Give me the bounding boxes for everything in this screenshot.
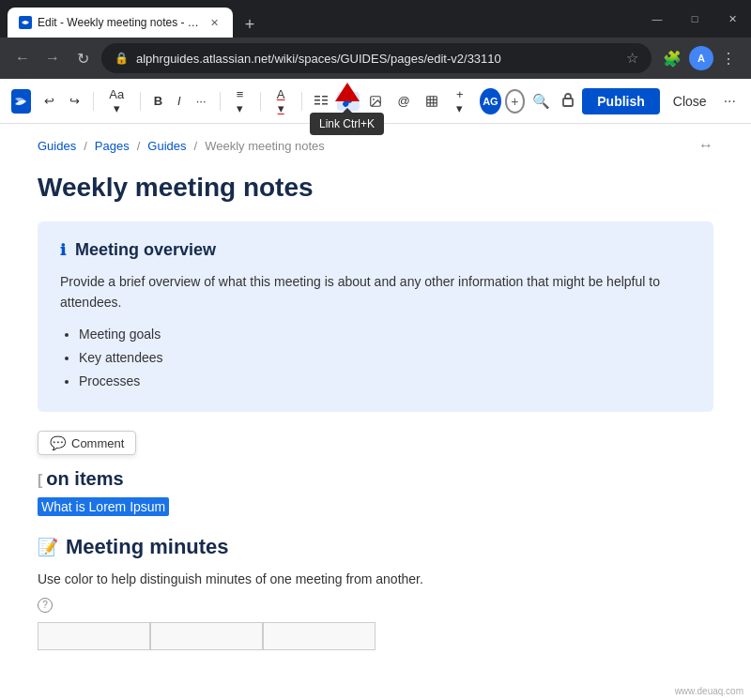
table-cell-3: [263, 622, 376, 650]
list-item-processes: Processes: [79, 370, 691, 393]
svg-rect-2: [314, 103, 320, 105]
list-button[interactable]: [309, 91, 333, 112]
meeting-overview-list: Meeting goals Key attendees Processes: [79, 323, 691, 394]
breadcrumb-current: Weekly meeting notes: [205, 139, 325, 153]
meeting-minutes-description: Use color to help distinguish minutes of…: [38, 569, 713, 589]
toolbar-separator-5: [301, 92, 302, 111]
list-item-attendees: Key attendees: [79, 346, 691, 370]
search-button[interactable]: 🔍: [529, 89, 554, 114]
link-tooltip: Link Ctrl+K: [310, 113, 384, 135]
image-button[interactable]: [363, 91, 388, 112]
meeting-minutes-section: 📝 Meeting minutes Use color to help dist…: [38, 535, 713, 612]
browser-menu-button[interactable]: ⋮: [717, 46, 740, 71]
confluence-logo[interactable]: [11, 89, 31, 114]
toolbar-separator-3: [220, 92, 221, 111]
table-cell-1: [38, 622, 150, 650]
mention-button[interactable]: @: [391, 90, 415, 112]
undo-button[interactable]: ↩: [38, 90, 60, 112]
list-item-goals: Meeting goals: [79, 323, 691, 346]
breadcrumb-guides2-link[interactable]: Guides: [147, 139, 186, 153]
svg-rect-1: [314, 99, 320, 101]
lock-icon: 🔒: [115, 52, 129, 65]
toolbar-separator-4: [260, 92, 261, 111]
bookmark-icon[interactable]: ☆: [626, 50, 638, 67]
publish-button[interactable]: Publish: [582, 88, 660, 114]
svg-rect-0: [314, 96, 320, 98]
bold-button[interactable]: B: [148, 90, 168, 112]
add-collaborator-button[interactable]: +: [505, 89, 526, 114]
more-text-button[interactable]: ···: [191, 90, 212, 112]
insert-button[interactable]: + ▾: [448, 84, 473, 119]
meeting-minutes-heading: Meeting minutes: [66, 535, 229, 559]
close-editor-button[interactable]: Close: [664, 88, 716, 114]
toolbar-separator-1: [93, 92, 94, 111]
align-button[interactable]: ≡ ▾: [227, 84, 253, 119]
svg-point-8: [373, 99, 375, 100]
svg-rect-4: [322, 99, 328, 101]
tab-title: Edit - Weekly meeting notes - Gu: [38, 16, 201, 29]
browser-tab[interactable]: Edit - Weekly meeting notes - Gu ✕: [8, 8, 233, 38]
svg-rect-9: [426, 96, 437, 106]
action-items-label: on items: [46, 468, 123, 489]
selected-text: What is Lorem Ipsum: [38, 497, 169, 516]
back-button[interactable]: ←: [11, 47, 34, 69]
text-color-button[interactable]: A ▾: [268, 84, 294, 119]
url-text: alphrguides.atlassian.net/wiki/spaces/GU…: [136, 52, 619, 66]
page-lock-button[interactable]: [558, 88, 578, 114]
italic-button[interactable]: I: [172, 90, 187, 112]
restore-button[interactable]: □: [676, 6, 713, 32]
new-tab-button[interactable]: +: [237, 11, 263, 38]
minutes-icon: 📝: [38, 537, 58, 557]
user-avatar[interactable]: AG: [480, 88, 500, 114]
forward-button[interactable]: →: [41, 47, 64, 69]
meeting-overview-panel: ℹ Meeting overview Provide a brief overv…: [38, 221, 713, 412]
profile-button[interactable]: A: [689, 46, 713, 70]
close-button[interactable]: ✕: [713, 6, 751, 32]
expand-breadcrumb-button[interactable]: ↔: [698, 137, 713, 154]
watermark: www.deuaq.com: [675, 686, 743, 696]
info-icon: ℹ: [60, 241, 66, 259]
highlighted-text-container: What is Lorem Ipsum: [38, 497, 713, 516]
table-cell-2: [150, 622, 263, 650]
redo-button[interactable]: ↪: [64, 90, 85, 112]
table-button[interactable]: [420, 91, 444, 112]
action-items-heading: [...on items: [38, 468, 713, 490]
help-icon[interactable]: ?: [38, 598, 53, 613]
meeting-overview-description: Provide a brief overview of what this me…: [60, 271, 691, 313]
tab-favicon: [19, 16, 32, 29]
more-options-button[interactable]: ···: [720, 89, 740, 114]
action-items-section: 💬 Comment: [38, 431, 713, 459]
breadcrumb-pages-link[interactable]: Pages: [95, 139, 130, 153]
breadcrumb-guides-link[interactable]: Guides: [38, 139, 76, 153]
refresh-button[interactable]: ↻: [71, 47, 94, 69]
minimize-button[interactable]: —: [638, 6, 676, 32]
svg-rect-14: [563, 99, 573, 106]
svg-rect-3: [322, 96, 328, 98]
address-bar[interactable]: 🔒 alphrguides.atlassian.net/wiki/spaces/…: [101, 43, 651, 73]
comment-label[interactable]: Comment: [71, 436, 124, 450]
toolbar-separator-2: [140, 92, 141, 111]
text-style-button[interactable]: Aa ▾: [101, 84, 132, 119]
page-title[interactable]: Weekly meeting notes: [0, 163, 751, 221]
comment-icon: 💬: [50, 435, 66, 450]
extensions-button[interactable]: 🧩: [659, 45, 685, 71]
tab-close-button[interactable]: ✕: [207, 15, 222, 30]
meeting-overview-heading: Meeting overview: [75, 240, 216, 260]
svg-rect-5: [322, 103, 328, 105]
